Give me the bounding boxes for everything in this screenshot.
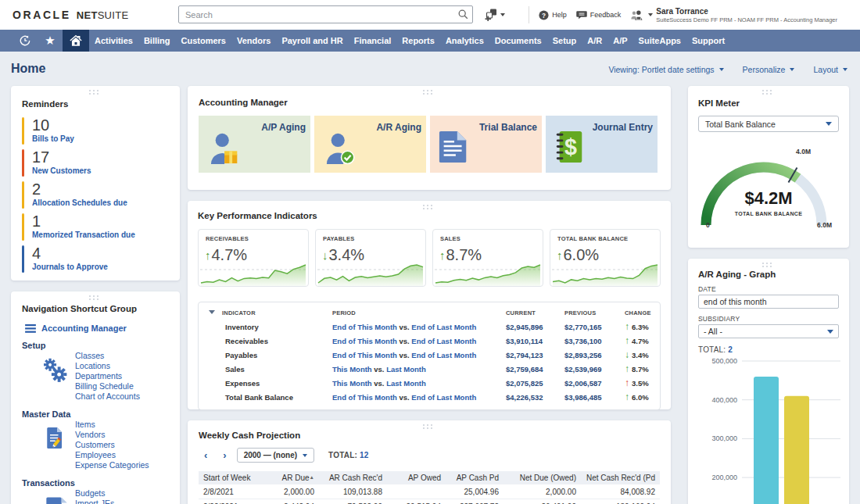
ar-aging-bar[interactable] xyxy=(784,396,809,504)
search-icon[interactable] xyxy=(453,6,472,23)
navbar-item[interactable]: Vendors xyxy=(231,30,276,52)
next-page-chevron[interactable]: › xyxy=(217,449,231,463)
navbar-item[interactable]: Support xyxy=(686,30,730,52)
shortcut-link[interactable]: Budgets xyxy=(75,488,169,499)
weekly-table-row[interactable]: 2/22/2021 2,442.94 79,592.00 20,515.94 2… xyxy=(199,499,660,504)
user-menu[interactable] xyxy=(630,9,653,22)
recent-records-icon[interactable] xyxy=(13,30,38,52)
ar-aging-bar[interactable] xyxy=(754,377,779,504)
reminder-label[interactable]: Allocation Schedules due xyxy=(32,198,127,209)
user-menu-caret-icon xyxy=(648,13,653,16)
drag-handle[interactable] xyxy=(89,295,102,300)
weekly-col-header[interactable]: AP Owed xyxy=(387,471,446,484)
navbar-item[interactable]: Customers xyxy=(176,30,231,52)
feedback-button[interactable]: Feedback xyxy=(576,10,622,20)
weekly-col-header[interactable]: AP Cash Pd xyxy=(446,471,503,484)
kpi-col-current[interactable]: CURRENT xyxy=(506,306,564,320)
kpi-col-indicator[interactable]: INDICATOR xyxy=(205,306,332,320)
drag-handle[interactable] xyxy=(423,90,435,95)
reminder-label[interactable]: New Customers xyxy=(32,166,91,177)
help-button[interactable]: ? Help xyxy=(539,10,567,20)
tile-journal-entry[interactable]: Journal Entry $ xyxy=(546,116,658,173)
tile-ar-aging[interactable]: A/R Aging xyxy=(314,116,426,173)
navbar-item[interactable]: Setup xyxy=(547,30,582,52)
kpi-meter-select[interactable]: Total Bank Balance xyxy=(698,116,839,132)
viewing-label: Viewing: Portlet date settings xyxy=(608,65,714,74)
navbar-item[interactable]: Financial xyxy=(349,30,397,52)
kpi-table-row[interactable]: Receivables End of This Month vs. End of… xyxy=(205,334,654,349)
reminder-label[interactable]: Bills to Pay xyxy=(32,134,74,145)
navbar-item[interactable]: Analytics xyxy=(440,30,489,52)
kpi-tile-payables[interactable]: PAYABLES ↓3.4% xyxy=(315,229,426,287)
kpi-col-previous[interactable]: PREVIOUS xyxy=(564,306,625,320)
shortcut-link[interactable]: Employees xyxy=(75,450,169,460)
navbar-item[interactable]: A/R xyxy=(582,30,607,52)
weekly-table-row[interactable]: 2/8/2021 2,000.00 109,013.88 25,004.96 2… xyxy=(199,484,660,499)
navbar-item[interactable]: Documents xyxy=(489,30,547,52)
navbar-item[interactable]: Payroll and HR xyxy=(276,30,348,52)
kpi-table-row[interactable]: Payables End of This Month vs. End of La… xyxy=(205,349,654,363)
drag-handle[interactable] xyxy=(762,90,775,95)
layout-button[interactable]: Layout xyxy=(813,65,847,74)
navbar-item[interactable]: Activities xyxy=(89,30,138,52)
shortcut-link[interactable]: Import JEs xyxy=(75,499,169,504)
navbar-item[interactable]: Reports xyxy=(396,30,440,52)
kpi-tile-sales[interactable]: SALES ↑8.7% xyxy=(432,229,543,287)
shortcut-link[interactable]: Locations xyxy=(75,361,169,371)
navbar-item[interactable]: Billing xyxy=(138,30,176,52)
kpi-table-row[interactable]: Total Bank Balance End of This Month vs.… xyxy=(205,391,654,405)
shortcuts-star-icon[interactable]: ★ xyxy=(38,30,63,52)
kpi-col-period[interactable]: PERIOD xyxy=(332,306,506,320)
reminder-label[interactable]: Journals to Approve xyxy=(32,262,108,273)
subsidiary-label: SUBSIDIARY xyxy=(698,315,839,323)
reminder-item[interactable]: 17 New Customers xyxy=(22,149,169,177)
shortcut-link[interactable]: Departments xyxy=(75,371,169,381)
kpi-table-row[interactable]: Expenses This Month vs. Last Month $2,07… xyxy=(205,377,654,391)
personalize-button[interactable]: Personalize xyxy=(743,65,795,74)
home-icon[interactable] xyxy=(63,30,89,52)
reminder-item[interactable]: 1 Memorized Transaction due xyxy=(22,213,169,241)
drag-handle[interactable] xyxy=(762,263,775,267)
quick-add-menu[interactable] xyxy=(485,9,505,21)
drag-handle[interactable] xyxy=(89,90,102,95)
account-select[interactable]: 2000 — (none) xyxy=(237,448,314,463)
ar-total-label: TOTAL: xyxy=(698,345,726,354)
prev-page-chevron[interactable]: ‹ xyxy=(199,449,213,463)
global-search[interactable] xyxy=(178,5,473,23)
kpi-table-row[interactable]: Sales This Month vs. Last Month $2,759,6… xyxy=(205,363,654,377)
subsidiary-select[interactable]: - All - xyxy=(698,324,839,338)
drag-handle[interactable] xyxy=(423,205,435,209)
kpi-col-change[interactable]: CHANGE xyxy=(625,306,654,320)
shortcut-link[interactable]: Customers xyxy=(75,440,169,450)
tile-trial-balance[interactable]: Trial Balance xyxy=(430,116,542,173)
search-input[interactable] xyxy=(179,10,453,20)
shortcut-link[interactable]: Expense Categories xyxy=(75,460,169,470)
weekly-col-header[interactable]: AR Cash Rec'd xyxy=(319,471,387,484)
shortcut-link[interactable]: Items xyxy=(75,420,169,430)
kpi-tile-total-bank-balance[interactable]: TOTAL BANK BALANCE ↑6.0% xyxy=(550,229,661,287)
drag-handle[interactable] xyxy=(423,424,435,429)
weekly-col-header[interactable]: Start of Week xyxy=(199,471,269,484)
reminder-label[interactable]: Memorized Transaction due xyxy=(32,230,135,241)
reminder-item[interactable]: 4 Journals to Approve xyxy=(22,245,169,273)
shortcut-link[interactable]: Classes xyxy=(75,351,169,361)
kpi-tile-receivables[interactable]: RECEIVABLES ↑4.7% xyxy=(198,229,309,287)
navbar-item[interactable]: SuiteApps xyxy=(633,30,686,52)
gears-icon xyxy=(42,358,69,384)
kpi-table-row[interactable]: Inventory End of This Month vs. End of L… xyxy=(205,320,654,334)
weekly-col-header[interactable]: Net Cash Rec'd (Pd xyxy=(581,471,660,484)
shortcut-link[interactable]: Vendors xyxy=(75,430,169,440)
weekly-col-header[interactable]: AR Due▲ xyxy=(269,471,319,484)
reminder-item[interactable]: 10 Bills to Pay xyxy=(22,117,169,145)
cell-ar-due: 2,442.94 xyxy=(269,499,319,504)
shortcut-accounting-manager-link[interactable]: Accounting Manager xyxy=(25,323,169,333)
weekly-col-header[interactable]: Net Due (Owed) xyxy=(503,471,581,484)
viewing-portlet-date-settings[interactable]: Viewing: Portlet date settings xyxy=(608,65,723,74)
date-input[interactable]: end of this month xyxy=(698,295,839,309)
user-info[interactable]: Sara Torrance SuiteSuccess Demo FF PRM -… xyxy=(656,6,837,24)
tile-ap-aging[interactable]: A/P Aging xyxy=(199,116,310,173)
navbar-item[interactable]: A/P xyxy=(607,30,632,52)
shortcut-link[interactable]: Billing Schedule xyxy=(75,381,169,391)
shortcut-link[interactable]: Chart of Accounts xyxy=(75,391,169,402)
reminder-item[interactable]: 2 Allocation Schedules due xyxy=(22,181,169,209)
